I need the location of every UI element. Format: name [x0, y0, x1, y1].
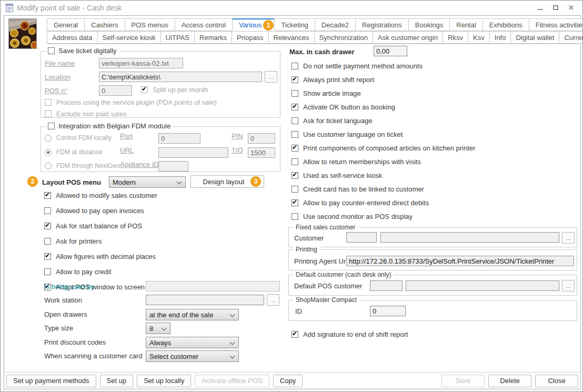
checkbox[interactable] — [292, 213, 298, 220]
checkbox[interactable] — [292, 76, 298, 83]
url-input[interactable] — [158, 147, 228, 158]
work-station-browse-button[interactable]: ... — [267, 294, 279, 306]
pin-input[interactable] — [248, 133, 275, 144]
file-name-input[interactable] — [99, 58, 183, 68]
port-input[interactable] — [158, 133, 200, 144]
footer-button[interactable]: Set up payment methods — [6, 375, 96, 387]
layout-pos-menu-select[interactable]: Modern — [109, 176, 186, 188]
tab-label: Cashiers — [91, 21, 118, 29]
add-signature-row: Add signature to end of shift report — [292, 330, 408, 338]
checkbox[interactable] — [292, 199, 298, 206]
tab[interactable]: Rental — [449, 18, 483, 31]
tab[interactable]: Rksv — [443, 31, 468, 44]
tab[interactable]: Cashiers — [84, 18, 125, 31]
footer-button[interactable]: Close — [535, 375, 578, 387]
timeout-input[interactable] — [248, 147, 275, 158]
tab[interactable]: Ticketing — [274, 18, 315, 31]
option-row: Do not settle payment method amounts — [292, 62, 475, 70]
tab[interactable]: Priopass — [232, 31, 269, 44]
tab[interactable]: Currencies — [559, 31, 583, 44]
maximize-icon[interactable] — [553, 5, 558, 10]
appliance-id-input[interactable] — [158, 161, 188, 172]
footer-button[interactable]: Copy — [273, 375, 303, 387]
tab[interactable]: Access control — [175, 18, 233, 31]
process-plugin-checkbox[interactable] — [45, 99, 52, 106]
tab[interactable]: Remarks — [194, 31, 232, 44]
default-customer-code-input[interactable] — [370, 280, 403, 291]
title-bar: Modify point of sale - Cash desk ✕ — [1, 1, 582, 15]
design-layout-button[interactable]: Design layout 3 — [190, 175, 264, 188]
fdm-distance-radio[interactable] — [45, 149, 52, 156]
default-customer-name-input[interactable] — [406, 280, 559, 291]
location-input[interactable] — [99, 72, 262, 82]
checkbox-label: Use second monitor as POS display — [303, 213, 413, 220]
footer-button[interactable]: Set up locally — [137, 375, 191, 387]
shopmaster-id-input[interactable] — [370, 306, 406, 316]
location-browse-button[interactable]: ... — [265, 71, 277, 83]
tab[interactable]: Digital wallet — [510, 31, 559, 44]
checkbox[interactable] — [292, 172, 298, 179]
split-per-month-checkbox[interactable] — [141, 86, 148, 93]
customer-browse-button[interactable]: ... — [562, 232, 575, 244]
checkbox[interactable] — [44, 223, 51, 229]
footer-button[interactable]: Activate offline POS — [195, 375, 269, 387]
tab[interactable]: Relevances — [268, 31, 315, 44]
tab[interactable]: Synchronization — [314, 31, 374, 44]
tab[interactable]: Decade2 — [315, 18, 356, 31]
printing-agent-uri-input[interactable] — [346, 256, 574, 266]
save-ticket-digitally-checkbox[interactable] — [48, 47, 55, 54]
max-cash-drawer-input[interactable] — [374, 46, 407, 56]
tab[interactable]: General — [47, 18, 85, 31]
footer-button[interactable]: Save — [441, 375, 485, 387]
tab[interactable]: Ask customer origin — [373, 31, 443, 44]
tab[interactable]: Ksv — [468, 31, 490, 44]
checkbox[interactable] — [292, 117, 298, 124]
checkbox[interactable] — [44, 238, 51, 245]
tab[interactable]: Registrations — [355, 18, 409, 31]
checkbox[interactable] — [44, 192, 51, 199]
footer-button[interactable]: Delete — [488, 375, 531, 387]
when-scanning-select[interactable]: Select customer — [146, 350, 239, 362]
type-size-select[interactable]: 8 — [146, 323, 170, 334]
close-icon[interactable]: ✕ — [568, 4, 574, 12]
checkbox[interactable] — [44, 253, 51, 260]
work-station-input[interactable] — [146, 295, 264, 305]
open-drawers-select[interactable]: at the end of the sale — [146, 309, 239, 320]
option-row: Allow to pay counter-entered direct debi… — [292, 199, 475, 207]
print-discount-codes-select[interactable]: Always — [146, 337, 239, 348]
footer-button[interactable]: Set up — [100, 375, 134, 387]
tab[interactable]: Fitness activities — [529, 18, 583, 31]
checkbox[interactable] — [44, 268, 51, 275]
customer-name-input[interactable] — [380, 232, 559, 243]
checkbox[interactable] — [44, 207, 51, 214]
tab[interactable]: Info — [489, 31, 511, 44]
checkbox[interactable] — [292, 186, 298, 193]
minimize-icon[interactable] — [538, 9, 543, 10]
add-signature-checkbox[interactable] — [292, 331, 298, 338]
checkbox[interactable] — [292, 104, 298, 110]
checkbox[interactable] — [292, 145, 298, 152]
port-label: Port — [120, 132, 133, 140]
pos-photo-thumbnail — [8, 18, 37, 49]
customer-code-input[interactable] — [346, 232, 377, 243]
fdm-nextgen-radio[interactable] — [45, 163, 52, 169]
tab[interactable]: POS menus — [125, 18, 175, 31]
tab[interactable]: UiTPAS — [160, 31, 195, 44]
tab[interactable]: Various 1 — [232, 18, 275, 31]
option-row: Used as self-service kiosk — [292, 172, 475, 179]
customer-label: Customer — [294, 234, 324, 242]
fdm-local-radio[interactable] — [45, 135, 52, 142]
fdm-checkbox[interactable] — [48, 123, 55, 129]
checkbox[interactable] — [292, 131, 298, 138]
checkbox[interactable] — [292, 90, 298, 97]
checkbox[interactable] — [292, 158, 298, 165]
tab[interactable]: Bookings — [408, 18, 450, 31]
tab[interactable]: Exhibitions — [483, 18, 529, 31]
tab-label: Fitness activities — [536, 21, 583, 29]
checkbox[interactable] — [292, 63, 298, 69]
default-customer-browse-button[interactable]: ... — [562, 280, 575, 292]
tab[interactable]: Address data — [47, 31, 98, 44]
pos-number-input[interactable] — [99, 85, 132, 96]
tab[interactable]: Self-service kiosk — [97, 31, 161, 44]
exclude-non-paid-checkbox[interactable] — [45, 110, 52, 117]
